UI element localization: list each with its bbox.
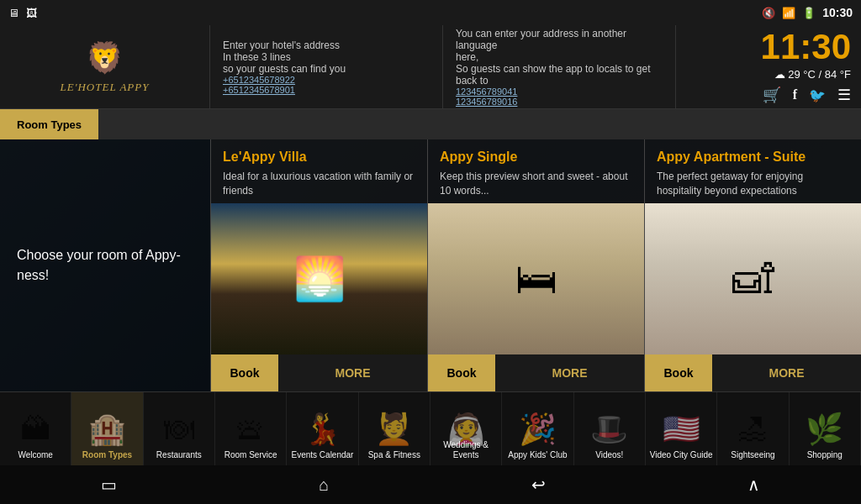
book-villa-button[interactable]: Book: [211, 354, 278, 391]
status-right-area: 🔇 📶 🔋 10:30: [762, 6, 853, 19]
bottom-nav-item-sightseeing[interactable]: 🏖Sightseeing: [717, 392, 789, 465]
room-card-suite-desc: The perfect getaway for enjoying hospita…: [657, 170, 849, 198]
bottom-nav-item-events-calendar[interactable]: 💃Events Calendar: [287, 392, 358, 465]
battery-icon: 🔋: [802, 7, 816, 19]
room-card-suite-header: Appy Apartment - Suite The perfect getaw…: [645, 139, 861, 203]
bottom-nav-label: Videos!: [594, 450, 625, 460]
room-card-suite-image: [645, 203, 861, 354]
room-card-suite-title: Appy Apartment - Suite: [657, 150, 849, 165]
back-button[interactable]: ↩: [515, 468, 563, 501]
room-card-single-footer: Book MORE: [428, 354, 644, 391]
big-time: 11:30: [761, 29, 851, 65]
address-right-line3: So guests can show the app to locals to …: [456, 63, 663, 87]
bottom-nav-item-spa-fitness[interactable]: 💆Spa & Fitness: [359, 392, 430, 465]
tab-room-types[interactable]: Room Types: [0, 109, 98, 139]
room-card-single: Appy Single Keep this preview short and …: [427, 139, 644, 391]
room-card-single-header: Appy Single Keep this preview short and …: [428, 139, 644, 203]
bottom-nav-item-videos-[interactable]: 🎩Videos!: [574, 392, 646, 465]
twitter-icon[interactable]: 🐦: [809, 87, 826, 103]
address-right-line2: here,: [456, 51, 663, 63]
header-right: 11:30 ☁ 29 °C / 84 °F 🛒 f 🐦 ☰: [676, 25, 861, 108]
cart-icon[interactable]: 🛒: [763, 86, 781, 104]
bottom-nav-label: Welcome: [16, 450, 55, 460]
room-card-suite: Appy Apartment - Suite The perfect getaw…: [644, 139, 861, 391]
logo-icon: 🦁: [61, 40, 150, 76]
room-card-villa-footer: Book MORE: [211, 354, 427, 391]
address-right-phone2[interactable]: 123456789​016: [456, 97, 663, 107]
address-right-line1: You can enter your address in another la…: [456, 28, 663, 51]
home-button[interactable]: ⌂: [302, 469, 346, 501]
weather-text: ☁ 29 °C / 84 °F: [774, 68, 851, 81]
bottom-nav-item-appy-kids-club[interactable]: 🎉Appy Kids' Club: [502, 392, 573, 465]
more-single-button[interactable]: MORE: [495, 354, 644, 391]
more-villa-button[interactable]: MORE: [278, 354, 427, 391]
bottom-nav-label: Spa & Fitness: [367, 450, 422, 460]
room-card-villa-title: Le'Appy Villa: [223, 150, 415, 165]
wifi-icon: 📶: [782, 7, 795, 19]
room-card-single-title: Appy Single: [440, 150, 632, 165]
bottom-nav-label: Weddings & Events: [430, 440, 501, 460]
weather-row: ☁ 29 °C / 84 °F: [774, 68, 851, 81]
left-panel-text: Choose your room of Appy-ness!: [17, 245, 193, 286]
bottom-nav-label: Shopping: [806, 450, 844, 460]
address-left: Enter your hotel's address In these 3 li…: [210, 25, 443, 108]
address-left-line2: In these 3 lines: [223, 51, 430, 63]
room-card-suite-footer: Book MORE: [645, 354, 861, 391]
screen-icon: 🖥: [8, 7, 19, 19]
bottom-nav-label: Video City Guide: [648, 450, 715, 460]
bottom-nav-item-video-city-guide[interactable]: 🇺🇸Video City Guide: [646, 392, 717, 465]
bottom-nav-item-restaurants[interactable]: 🍽Restaurants: [144, 392, 215, 465]
book-single-button[interactable]: Book: [428, 354, 495, 391]
hotel-logo: 🦁 LE'HOTEL APPY: [0, 25, 210, 108]
room-card-villa-image: [211, 203, 427, 354]
left-panel: Choose your room of Appy-ness!: [0, 139, 210, 391]
status-bar: 🖥 🖼 🔇 📶 🔋 10:30: [0, 0, 861, 25]
room-card-villa: Le'Appy Villa Ideal for a luxurious vaca…: [210, 139, 427, 391]
address-left-phone1[interactable]: +65123456789​22: [223, 75, 430, 85]
bottom-nav-item-welcome[interactable]: 🏔Welcome: [0, 392, 71, 465]
up-button[interactable]: ∧: [731, 468, 777, 501]
bottom-nav: 🏔Welcome🏨Room Types🍽Restaurants🛎Room Ser…: [0, 391, 861, 465]
bottom-nav-label: Restaurants: [155, 450, 203, 460]
logo-name: LE'HOTEL APPY: [61, 81, 150, 93]
room-card-villa-header: Le'Appy Villa Ideal for a luxurious vaca…: [211, 139, 427, 203]
header: 🦁 LE'HOTEL APPY Enter your hotel's addre…: [0, 25, 861, 109]
bottom-nav-item-room-service[interactable]: 🛎Room Service: [215, 392, 287, 465]
bottom-nav-label: Appy Kids' Club: [506, 450, 568, 460]
rooms-grid: Le'Appy Villa Ideal for a luxurious vaca…: [210, 139, 861, 391]
room-card-single-desc: Keep this preview short and sweet - abou…: [440, 170, 632, 198]
bottom-nav-item-room-types[interactable]: 🏨Room Types: [71, 392, 143, 465]
bottom-nav-item-shopping[interactable]: 🌿Shopping: [790, 392, 861, 465]
status-left-icons: 🖥 🖼: [8, 7, 37, 19]
top-nav: Room Types: [0, 109, 861, 139]
address-left-line3: so your guests can find you: [223, 63, 430, 75]
logo-container: 🦁 LE'HOTEL APPY: [61, 40, 150, 94]
room-card-single-image: [428, 203, 644, 354]
menu-icon[interactable]: ☰: [837, 86, 851, 104]
mute-icon: 🔇: [762, 7, 775, 19]
bottom-nav-label: Room Service: [223, 450, 279, 460]
header-icons-row[interactable]: 🛒 f 🐦 ☰: [763, 86, 851, 104]
address-right-phone1[interactable]: 123456789​041: [456, 87, 663, 97]
bottom-nav-label: Sightseeing: [729, 450, 776, 460]
address-right: You can enter your address in another la…: [443, 25, 676, 108]
bottom-nav-label: Room Types: [81, 450, 134, 460]
status-time: 10:30: [822, 6, 853, 19]
system-bar: ▭ ⌂ ↩ ∧: [0, 465, 861, 504]
address-left-phone2[interactable]: +65123456789​01: [223, 85, 430, 95]
bottom-nav-label: Events Calendar: [290, 450, 356, 460]
facebook-icon[interactable]: f: [793, 87, 797, 102]
room-card-villa-desc: Ideal for a luxurious vacation with fami…: [223, 170, 415, 198]
recents-button[interactable]: ▭: [84, 468, 134, 501]
main-content: Choose your room of Appy-ness! Le'Appy V…: [0, 139, 861, 391]
address-left-line1: Enter your hotel's address: [223, 39, 430, 51]
book-suite-button[interactable]: Book: [645, 354, 712, 391]
bottom-nav-item-weddings-events[interactable]: 👰Weddings & Events: [430, 392, 502, 465]
image-icon: 🖼: [26, 7, 37, 19]
more-suite-button[interactable]: MORE: [712, 354, 861, 391]
